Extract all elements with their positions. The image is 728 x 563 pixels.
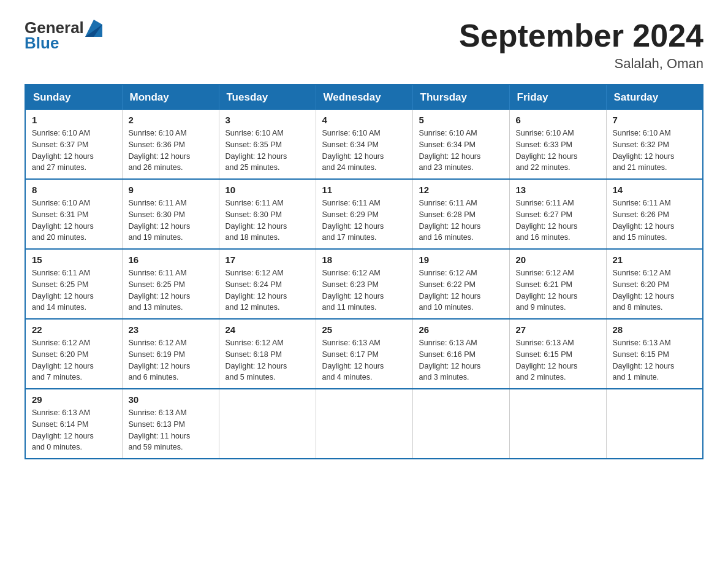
day-info: Sunrise: 6:11 AMSunset: 6:27 PMDaylight:…: [516, 197, 600, 243]
day-info: Sunrise: 6:12 AMSunset: 6:24 PMDaylight:…: [226, 267, 309, 313]
calendar-cell: 29 Sunrise: 6:13 AMSunset: 6:14 PMDaylig…: [25, 389, 122, 459]
day-info: Sunrise: 6:10 AMSunset: 6:34 PMDaylight:…: [322, 128, 406, 174]
calendar-week-row: 1 Sunrise: 6:10 AMSunset: 6:37 PMDayligh…: [25, 110, 703, 179]
calendar-cell: 24 Sunrise: 6:12 AMSunset: 6:18 PMDaylig…: [219, 319, 316, 389]
calendar-cell: [606, 389, 703, 459]
day-number: 20: [516, 255, 600, 265]
calendar-week-row: 22 Sunrise: 6:12 AMSunset: 6:20 PMDaylig…: [25, 319, 703, 389]
calendar-cell: 21 Sunrise: 6:12 AMSunset: 6:20 PMDaylig…: [606, 249, 703, 319]
calendar-cell: 20 Sunrise: 6:12 AMSunset: 6:21 PMDaylig…: [509, 249, 606, 319]
day-info: Sunrise: 6:12 AMSunset: 6:20 PMDaylight:…: [613, 267, 697, 313]
day-number: 6: [516, 115, 600, 125]
calendar-cell: 30 Sunrise: 6:13 AMSunset: 6:13 PMDaylig…: [122, 389, 219, 459]
calendar-cell: 22 Sunrise: 6:12 AMSunset: 6:20 PMDaylig…: [25, 319, 122, 389]
calendar-cell: 26 Sunrise: 6:13 AMSunset: 6:16 PMDaylig…: [412, 319, 509, 389]
calendar-cell: [316, 389, 412, 459]
day-number: 19: [419, 255, 503, 265]
day-info: Sunrise: 6:12 AMSunset: 6:22 PMDaylight:…: [419, 267, 503, 313]
day-number: 15: [32, 255, 116, 265]
day-info: Sunrise: 6:11 AMSunset: 6:29 PMDaylight:…: [322, 197, 406, 243]
day-info: Sunrise: 6:11 AMSunset: 6:28 PMDaylight:…: [419, 197, 503, 243]
day-number: 23: [129, 324, 213, 335]
calendar-week-row: 15 Sunrise: 6:11 AMSunset: 6:25 PMDaylig…: [25, 249, 703, 319]
day-number: 26: [419, 324, 503, 335]
calendar-cell: 28 Sunrise: 6:13 AMSunset: 6:15 PMDaylig…: [606, 319, 703, 389]
calendar-cell: 23 Sunrise: 6:12 AMSunset: 6:19 PMDaylig…: [122, 319, 219, 389]
day-info: Sunrise: 6:11 AMSunset: 6:25 PMDaylight:…: [32, 267, 116, 313]
calendar-cell: 7 Sunrise: 6:10 AMSunset: 6:32 PMDayligh…: [606, 110, 703, 179]
logo-icon: [85, 20, 102, 37]
month-title: September 2024: [459, 18, 703, 53]
day-number: 27: [516, 324, 600, 335]
weekday-header-monday: Monday: [122, 85, 219, 110]
page-header: General Blue September 2024 Salalah, Oma…: [25, 18, 703, 72]
day-info: Sunrise: 6:10 AMSunset: 6:34 PMDaylight:…: [419, 128, 503, 174]
logo: General Blue: [25, 18, 102, 53]
day-number: 22: [32, 324, 116, 335]
calendar-cell: 15 Sunrise: 6:11 AMSunset: 6:25 PMDaylig…: [25, 249, 122, 319]
day-number: 12: [419, 185, 503, 195]
day-info: Sunrise: 6:10 AMSunset: 6:36 PMDaylight:…: [129, 128, 213, 174]
weekday-header-sunday: Sunday: [25, 85, 122, 110]
calendar-cell: 19 Sunrise: 6:12 AMSunset: 6:22 PMDaylig…: [412, 249, 509, 319]
weekday-header-row: SundayMondayTuesdayWednesdayThursdayFrid…: [25, 85, 703, 110]
day-number: 28: [613, 324, 697, 335]
day-number: 7: [613, 115, 697, 125]
calendar-cell: 6 Sunrise: 6:10 AMSunset: 6:33 PMDayligh…: [509, 110, 606, 179]
day-info: Sunrise: 6:12 AMSunset: 6:19 PMDaylight:…: [129, 337, 213, 383]
calendar-cell: 13 Sunrise: 6:11 AMSunset: 6:27 PMDaylig…: [509, 179, 606, 249]
day-number: 3: [226, 115, 309, 125]
day-number: 9: [129, 185, 213, 195]
day-info: Sunrise: 6:13 AMSunset: 6:14 PMDaylight:…: [32, 407, 116, 453]
day-number: 21: [613, 255, 697, 265]
day-info: Sunrise: 6:10 AMSunset: 6:37 PMDaylight:…: [32, 128, 116, 174]
day-number: 16: [129, 255, 213, 265]
calendar-cell: 18 Sunrise: 6:12 AMSunset: 6:23 PMDaylig…: [316, 249, 412, 319]
day-info: Sunrise: 6:11 AMSunset: 6:30 PMDaylight:…: [226, 197, 309, 243]
calendar-cell: [509, 389, 606, 459]
day-number: 25: [322, 324, 406, 335]
calendar-cell: 17 Sunrise: 6:12 AMSunset: 6:24 PMDaylig…: [219, 249, 316, 319]
day-info: Sunrise: 6:10 AMSunset: 6:33 PMDaylight:…: [516, 128, 600, 174]
calendar-cell: 2 Sunrise: 6:10 AMSunset: 6:36 PMDayligh…: [122, 110, 219, 179]
day-number: 1: [32, 115, 116, 125]
day-info: Sunrise: 6:10 AMSunset: 6:31 PMDaylight:…: [32, 197, 116, 243]
day-number: 4: [322, 115, 406, 125]
day-number: 11: [322, 185, 406, 195]
day-info: Sunrise: 6:13 AMSunset: 6:15 PMDaylight:…: [613, 337, 697, 383]
day-number: 10: [226, 185, 309, 195]
calendar-cell: 8 Sunrise: 6:10 AMSunset: 6:31 PMDayligh…: [25, 179, 122, 249]
day-number: 2: [129, 115, 213, 125]
day-info: Sunrise: 6:12 AMSunset: 6:18 PMDaylight:…: [226, 337, 309, 383]
day-number: 30: [129, 394, 213, 405]
calendar-cell: 3 Sunrise: 6:10 AMSunset: 6:35 PMDayligh…: [219, 110, 316, 179]
weekday-header-friday: Friday: [509, 85, 606, 110]
day-number: 8: [32, 185, 116, 195]
calendar-cell: 10 Sunrise: 6:11 AMSunset: 6:30 PMDaylig…: [219, 179, 316, 249]
calendar-cell: [412, 389, 509, 459]
calendar-table: SundayMondayTuesdayWednesdayThursdayFrid…: [25, 84, 703, 459]
day-info: Sunrise: 6:12 AMSunset: 6:21 PMDaylight:…: [516, 267, 600, 313]
day-number: 29: [32, 394, 116, 405]
day-info: Sunrise: 6:10 AMSunset: 6:32 PMDaylight:…: [613, 128, 697, 174]
day-info: Sunrise: 6:13 AMSunset: 6:15 PMDaylight:…: [516, 337, 600, 383]
weekday-header-tuesday: Tuesday: [219, 85, 316, 110]
calendar-week-row: 8 Sunrise: 6:10 AMSunset: 6:31 PMDayligh…: [25, 179, 703, 249]
calendar-cell: 16 Sunrise: 6:11 AMSunset: 6:25 PMDaylig…: [122, 249, 219, 319]
calendar-cell: 11 Sunrise: 6:11 AMSunset: 6:29 PMDaylig…: [316, 179, 412, 249]
calendar-cell: 1 Sunrise: 6:10 AMSunset: 6:37 PMDayligh…: [25, 110, 122, 179]
calendar-cell: 25 Sunrise: 6:13 AMSunset: 6:17 PMDaylig…: [316, 319, 412, 389]
calendar-cell: 4 Sunrise: 6:10 AMSunset: 6:34 PMDayligh…: [316, 110, 412, 179]
weekday-header-wednesday: Wednesday: [316, 85, 412, 110]
title-section: September 2024 Salalah, Oman: [459, 18, 703, 72]
calendar-cell: 9 Sunrise: 6:11 AMSunset: 6:30 PMDayligh…: [122, 179, 219, 249]
day-info: Sunrise: 6:12 AMSunset: 6:23 PMDaylight:…: [322, 267, 406, 313]
calendar-week-row: 29 Sunrise: 6:13 AMSunset: 6:14 PMDaylig…: [25, 389, 703, 459]
day-number: 5: [419, 115, 503, 125]
day-number: 17: [226, 255, 309, 265]
calendar-cell: [219, 389, 316, 459]
day-info: Sunrise: 6:13 AMSunset: 6:16 PMDaylight:…: [419, 337, 503, 383]
logo-blue-text: Blue: [25, 34, 59, 53]
day-number: 18: [322, 255, 406, 265]
day-info: Sunrise: 6:10 AMSunset: 6:35 PMDaylight:…: [226, 128, 309, 174]
